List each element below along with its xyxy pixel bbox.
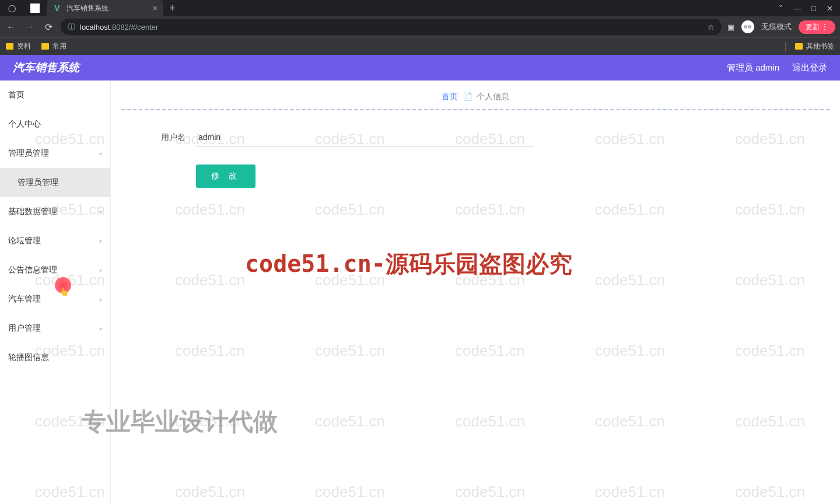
maximize-icon[interactable]: □ (811, 4, 816, 13)
sidebar-item[interactable]: 用户管理▾ (0, 314, 110, 343)
url-text: localhost:8082/#/center (80, 23, 158, 32)
extensions-icon[interactable]: ▣ (727, 23, 734, 32)
sidebar-item[interactable]: 论坛管理▾ (0, 226, 110, 256)
close-window-icon[interactable]: ✕ (827, 4, 833, 13)
app-title: 汽车销售系统 (13, 60, 79, 75)
sidebar-item[interactable]: 首页 (0, 80, 110, 110)
bookmark-label: 其他书签 (806, 41, 834, 51)
folder-icon (795, 43, 803, 50)
sidebar-item[interactable]: 个人中心 (0, 110, 110, 139)
sidebar-item-label: 首页 (8, 90, 24, 100)
user-info[interactable]: 管理员 admin (727, 62, 779, 74)
app-body: 首页个人中心管理员管理▾管理员管理基础数据管理▾论坛管理▾公告信息管理▾汽车管理… (0, 80, 840, 504)
bookmark-item-2[interactable]: 常用 (41, 41, 66, 51)
form-row-username: 用户名 (150, 128, 800, 147)
logout-link[interactable]: 退出登录 (792, 62, 827, 74)
breadcrumb-current: 个人信息 (477, 92, 509, 101)
bookmark-separator: | (785, 41, 787, 52)
tabs: ◯ V 汽车销售系统 × + (0, 0, 181, 16)
sidebar-item-label: 汽车管理 (8, 294, 41, 304)
window-controls: ˅ — □ ✕ (779, 4, 840, 13)
breadcrumb-home[interactable]: 首页 (442, 92, 458, 101)
sidebar-item[interactable]: 管理员管理▾ (0, 139, 110, 168)
globe-icon: ◯ (7, 4, 16, 13)
incognito-icon: 👓 (741, 20, 754, 33)
new-tab-button[interactable]: + (163, 2, 181, 15)
tab-active[interactable]: V 汽车销售系统 × (47, 0, 163, 16)
sidebar-item-label: 用户管理 (8, 323, 41, 334)
tab-inactive-2[interactable] (23, 0, 47, 16)
chevron-down-icon: ▾ (99, 238, 102, 244)
forward-icon[interactable]: → (23, 22, 36, 32)
sidebar-item-label: 公告信息管理 (8, 265, 57, 275)
chevron-down-icon: ▾ (99, 150, 102, 157)
tab-inactive-1[interactable]: ◯ (0, 0, 23, 16)
username-input[interactable] (196, 128, 534, 147)
folder-icon (41, 43, 49, 50)
sidebar-item-label: 基础数据管理 (8, 206, 57, 217)
other-bookmarks[interactable]: 其他书签 (795, 41, 834, 51)
address-bar[interactable]: ⓘ localhost:8082/#/center ☆ (61, 19, 722, 35)
chevron-down-icon: ▾ (99, 209, 102, 215)
breadcrumb: 首页 📄 个人信息 (121, 89, 830, 110)
blank-icon (30, 4, 40, 13)
chevron-down-icon: ▾ (99, 326, 102, 332)
bookmark-bar: 资料 常用 | 其他书签 (0, 37, 840, 55)
app-header: 汽车销售系统 管理员 admin 退出登录 (0, 55, 840, 80)
minimize-icon[interactable]: — (793, 4, 801, 13)
chevron-down-icon: ▾ (99, 296, 102, 303)
sidebar-item-label: 论坛管理 (8, 236, 41, 246)
doc-icon: 📄 (463, 92, 473, 101)
browser-nav-bar: ← → ⟳ ⓘ localhost:8082/#/center ☆ ▣ 👓 无痕… (0, 16, 840, 37)
sidebar-item[interactable]: 公告信息管理▾ (0, 256, 110, 285)
sidebar-item[interactable]: 轮播图信息 (0, 343, 110, 372)
bookmark-label: 常用 (52, 41, 66, 51)
star-icon[interactable]: ☆ (708, 23, 715, 32)
sidebar-item[interactable]: 基础数据管理▾ (0, 197, 110, 226)
tab-dropdown-icon[interactable]: ˅ (779, 4, 783, 13)
sidebar-item[interactable]: 管理员管理 (0, 168, 110, 197)
site-info-icon[interactable]: ⓘ (68, 22, 75, 32)
sidebar-item[interactable]: 汽车管理▾ (0, 285, 110, 314)
username-label: 用户名 (150, 132, 186, 143)
sidebar-item-label: 轮播图信息 (8, 352, 49, 363)
browser-tab-strip: ◯ V 汽车销售系统 × + ˅ — □ ✕ (0, 0, 840, 16)
form-area: 用户名 修 改 (121, 110, 830, 205)
close-tab-icon[interactable]: × (153, 4, 158, 13)
bookmark-label: 资料 (17, 41, 31, 51)
sidebar: 首页个人中心管理员管理▾管理员管理基础数据管理▾论坛管理▾公告信息管理▾汽车管理… (0, 80, 111, 504)
submit-button[interactable]: 修 改 (196, 164, 256, 188)
update-button[interactable]: 更新 ⋮ (799, 20, 835, 34)
sidebar-item-label: 管理员管理 (18, 177, 58, 188)
nav-right: ▣ 👓 无痕模式 更新 ⋮ (727, 20, 835, 34)
main-content: 首页 📄 个人信息 用户名 修 改 (111, 80, 840, 504)
incognito-label: 无痕模式 (761, 22, 792, 32)
sidebar-item-label: 个人中心 (8, 119, 41, 130)
chevron-down-icon: ▾ (99, 267, 102, 274)
vue-icon: V (52, 4, 62, 13)
back-icon[interactable]: ← (5, 22, 18, 32)
folder-icon (6, 43, 13, 50)
tab-title: 汽车销售系统 (66, 4, 108, 13)
sidebar-item-label: 管理员管理 (8, 148, 49, 159)
bookmark-item-1[interactable]: 资料 (6, 41, 31, 51)
reload-icon[interactable]: ⟳ (42, 22, 55, 33)
